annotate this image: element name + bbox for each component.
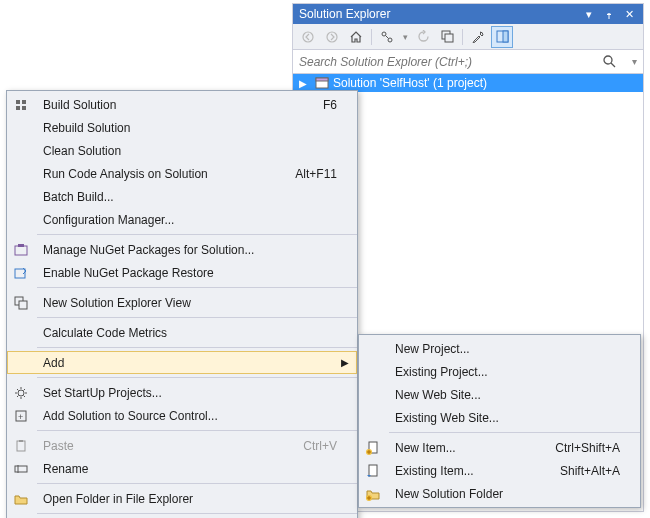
menu-item-label: Set StartUp Projects... bbox=[35, 386, 357, 400]
menu-item[interactable]: Open Folder in File Explorer bbox=[7, 487, 357, 510]
menu-separator bbox=[389, 432, 640, 433]
search-icon[interactable] bbox=[603, 55, 625, 68]
menu-item: PasteCtrl+V bbox=[7, 434, 357, 457]
menu-item[interactable]: New Web Site... bbox=[359, 383, 640, 406]
menu-item-label: Manage NuGet Packages for Solution... bbox=[35, 243, 357, 257]
context-submenu: New Project...Existing Project...New Web… bbox=[358, 334, 641, 508]
rename-icon bbox=[7, 462, 35, 476]
svg-text:+: + bbox=[18, 412, 23, 422]
menu-separator bbox=[37, 483, 357, 484]
menu-item[interactable]: Existing Web Site... bbox=[359, 406, 640, 429]
svg-point-0 bbox=[303, 32, 313, 42]
menu-item[interactable]: Batch Build... bbox=[7, 185, 357, 208]
gear-icon bbox=[7, 386, 35, 400]
home-icon[interactable] bbox=[345, 26, 367, 48]
menu-item[interactable]: New Solution Explorer View bbox=[7, 291, 357, 314]
menu-item[interactable]: +Add Solution to Source Control... bbox=[7, 404, 357, 427]
svg-point-3 bbox=[388, 38, 392, 42]
chevron-down-icon[interactable]: ▾ bbox=[400, 26, 410, 48]
menu-item-shortcut: Shift+Alt+A bbox=[560, 464, 640, 478]
menu-separator bbox=[37, 317, 357, 318]
menu-item-shortcut: Ctrl+V bbox=[303, 439, 357, 453]
menu-item-label: Add Solution to Source Control... bbox=[35, 409, 357, 423]
menu-item-label: Existing Web Site... bbox=[387, 411, 640, 425]
svg-point-20 bbox=[18, 390, 24, 396]
menu-item[interactable]: New Solution Folder bbox=[359, 482, 640, 505]
menu-item-label: Clean Solution bbox=[35, 144, 357, 158]
menu-item-shortcut: Ctrl+Shift+A bbox=[555, 441, 640, 455]
submenu-arrow-icon: ▶ bbox=[341, 357, 349, 368]
menu-item-label: Existing Item... bbox=[387, 464, 560, 478]
menu-item[interactable]: Existing Project... bbox=[359, 360, 640, 383]
menu-item-shortcut: F6 bbox=[323, 98, 357, 112]
svg-rect-14 bbox=[22, 106, 26, 110]
window-menu-icon[interactable]: ▾ bbox=[581, 6, 597, 22]
close-icon[interactable]: ✕ bbox=[621, 6, 637, 22]
menu-item-label: New Web Site... bbox=[387, 388, 640, 402]
nav-forward-icon[interactable] bbox=[321, 26, 343, 48]
solution-explorer-titlebar: Solution Explorer ▾ ✕ bbox=[293, 4, 643, 24]
menu-item[interactable]: New Item...Ctrl+Shift+A bbox=[359, 436, 640, 459]
search-options-icon[interactable]: ▾ bbox=[625, 56, 643, 67]
menu-separator bbox=[37, 234, 357, 235]
menu-item[interactable]: Add▶ bbox=[7, 351, 357, 374]
svg-rect-25 bbox=[15, 466, 27, 472]
svg-point-2 bbox=[382, 32, 386, 36]
collapse-all-icon[interactable] bbox=[436, 26, 458, 48]
preview-icon[interactable] bbox=[491, 26, 513, 48]
scope-icon[interactable] bbox=[376, 26, 398, 48]
menu-item[interactable]: Rename bbox=[7, 457, 357, 480]
newview-icon bbox=[7, 296, 35, 310]
search-input[interactable] bbox=[293, 55, 603, 69]
refresh-icon[interactable] bbox=[412, 26, 434, 48]
folder-icon bbox=[7, 492, 35, 506]
search-bar: ▾ bbox=[293, 50, 643, 74]
svg-rect-10 bbox=[316, 78, 328, 81]
svg-rect-23 bbox=[17, 441, 25, 451]
menu-item[interactable]: Calculate Code Metrics bbox=[7, 321, 357, 344]
menu-item-label: Calculate Code Metrics bbox=[35, 326, 357, 340]
svg-rect-5 bbox=[445, 34, 453, 42]
menu-item[interactable]: Set StartUp Projects... bbox=[7, 381, 357, 404]
menu-item-label: New Item... bbox=[387, 441, 555, 455]
menu-item[interactable]: Manage NuGet Packages for Solution... bbox=[7, 238, 357, 261]
svg-rect-28 bbox=[369, 465, 377, 476]
menu-item-label: Build Solution bbox=[35, 98, 323, 112]
menu-item[interactable]: New Project... bbox=[359, 337, 640, 360]
restore-icon bbox=[7, 266, 35, 280]
svg-rect-16 bbox=[18, 244, 24, 247]
srcctrl-icon: + bbox=[7, 409, 35, 423]
menu-item-shortcut: Alt+F11 bbox=[295, 167, 357, 181]
pin-icon[interactable] bbox=[601, 6, 617, 22]
build-icon bbox=[7, 98, 35, 112]
nav-back-icon[interactable] bbox=[297, 26, 319, 48]
menu-item[interactable]: Run Code Analysis on SolutionAlt+F11 bbox=[7, 162, 357, 185]
menu-item[interactable]: Clean Solution bbox=[7, 139, 357, 162]
menu-item-label: Add bbox=[35, 356, 357, 370]
properties-icon[interactable] bbox=[467, 26, 489, 48]
menu-item-label: Run Code Analysis on Solution bbox=[35, 167, 295, 181]
existitem-icon bbox=[359, 464, 387, 478]
svg-point-1 bbox=[327, 32, 337, 42]
menu-item[interactable]: Existing Item...Shift+Alt+A bbox=[359, 459, 640, 482]
menu-item[interactable]: Build SolutionF6 bbox=[7, 93, 357, 116]
svg-rect-12 bbox=[22, 100, 26, 104]
solution-explorer-title: Solution Explorer bbox=[299, 7, 577, 21]
paste-icon bbox=[7, 439, 35, 453]
menu-item-label: New Solution Explorer View bbox=[35, 296, 357, 310]
menu-separator bbox=[37, 287, 357, 288]
menu-item[interactable]: Enable NuGet Package Restore bbox=[7, 261, 357, 284]
tree-node-label: Solution 'SelfHost' (1 project) bbox=[333, 76, 487, 90]
svg-point-8 bbox=[604, 56, 612, 64]
menu-item-label: Configuration Manager... bbox=[35, 213, 357, 227]
menu-item-label: Batch Build... bbox=[35, 190, 357, 204]
toolbar-separator bbox=[462, 29, 463, 45]
menu-item[interactable]: Rebuild Solution bbox=[7, 116, 357, 139]
expand-icon[interactable]: ▶ bbox=[299, 78, 311, 89]
svg-rect-13 bbox=[16, 106, 20, 110]
menu-item-label: New Project... bbox=[387, 342, 640, 356]
menu-item[interactable]: Configuration Manager... bbox=[7, 208, 357, 231]
menu-separator bbox=[37, 513, 357, 514]
menu-separator bbox=[37, 430, 357, 431]
newitem-icon bbox=[359, 441, 387, 455]
